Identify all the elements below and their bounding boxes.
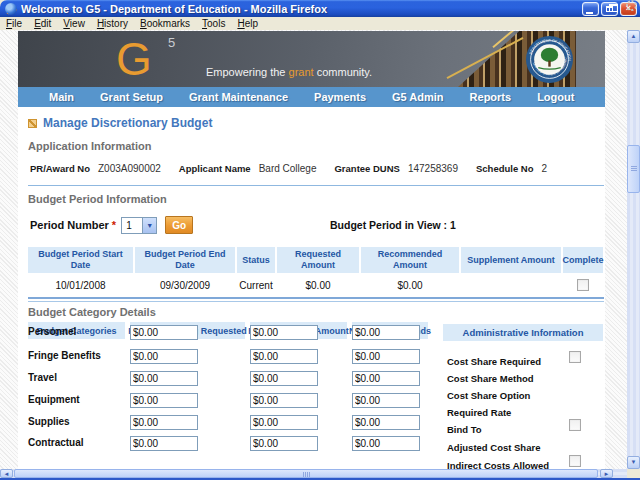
column-header: Status (237, 247, 275, 273)
category-label: Contractual (28, 437, 125, 448)
budget-category-heading: Budget Category Details (28, 306, 156, 318)
window-titlebar[interactable]: Welcome to G5 - Department of Education … (0, 0, 640, 17)
non-federal-funds-input[interactable] (352, 349, 420, 364)
admin-label: Indirect Costs Allowed (447, 460, 549, 469)
menu-item[interactable]: Edit (28, 17, 57, 30)
period-number-select[interactable]: 1 ▼ (121, 217, 157, 234)
nav-item[interactable]: Grant Setup (87, 87, 176, 107)
field-value: Bard College (259, 163, 317, 174)
start-date-cell: 10/01/2008 (28, 275, 133, 295)
scroll-right-icon[interactable]: ► (600, 469, 613, 478)
page-title: Manage Discretionary Budget (28, 116, 212, 130)
federal-funding-input[interactable] (130, 393, 198, 408)
admin-row: Cost Share Required (447, 351, 603, 364)
column-header: Complete (563, 247, 603, 273)
restore-button[interactable] (601, 2, 618, 16)
menu-item[interactable]: History (91, 17, 134, 30)
period-number-label: Period Number (30, 219, 109, 231)
category-row: Contractual (28, 433, 428, 450)
section-divider (28, 185, 604, 186)
category-row: Personnel (28, 322, 428, 339)
menu-item[interactable]: File (0, 17, 28, 30)
recommended-amount-input[interactable] (250, 393, 318, 408)
recommended-amount-input[interactable] (250, 415, 318, 430)
recommended-amount-input[interactable] (250, 436, 318, 451)
admin-label: Cost Share Required (447, 356, 541, 367)
page-content: Manage Discretionary Budget Application … (18, 107, 605, 469)
non-federal-funds-input[interactable] (352, 415, 420, 430)
vertical-scrollbar[interactable]: ▲ ▼ (627, 30, 640, 469)
nav-item[interactable]: Logout (524, 87, 587, 107)
admin-row: Cost Share Method (447, 368, 603, 381)
nav-item[interactable]: Grant Maintenance (176, 87, 301, 107)
admin-checkbox[interactable] (569, 351, 581, 363)
selected-period: 1 (122, 218, 142, 233)
administrative-information-heading: Administrative Information (443, 324, 603, 341)
horizontal-scrollbar-thumb[interactable] (14, 469, 598, 478)
recommended-amount-input[interactable] (250, 325, 318, 340)
federal-funding-input[interactable] (130, 349, 198, 364)
chevron-down-icon: ▼ (142, 218, 156, 233)
federal-funding-input[interactable] (130, 436, 198, 451)
nav-item[interactable]: Payments (301, 87, 379, 107)
admin-row: Required Rate (447, 402, 603, 415)
field-label: Grantee DUNS (334, 163, 399, 174)
section-divider-double (28, 297, 604, 302)
supplement-amount-cell (461, 275, 561, 295)
admin-row: Bind To (447, 419, 603, 432)
column-header: Supplement Amount (461, 247, 561, 273)
menu-item[interactable]: View (57, 17, 91, 30)
throbber-icon (626, 0, 637, 11)
admin-checkbox[interactable] (569, 455, 581, 467)
budget-period-heading: Budget Period Information (28, 193, 167, 205)
admin-row: Cost Share Option (447, 385, 603, 398)
vertical-scrollbar-thumb[interactable] (627, 145, 640, 193)
admin-checkbox[interactable] (569, 419, 581, 431)
non-federal-funds-input[interactable] (352, 325, 420, 340)
non-federal-funds-input[interactable] (352, 371, 420, 386)
budget-period-in-view: Budget Period in View : 1 (330, 219, 456, 231)
category-label: Personnel (28, 326, 125, 337)
menu-item[interactable]: Bookmarks (134, 17, 196, 30)
go-button[interactable]: Go (165, 216, 193, 234)
category-row: Supplies (28, 412, 428, 429)
scroll-up-icon[interactable]: ▲ (627, 30, 640, 43)
column-header: Recommended Amount (361, 247, 459, 273)
non-federal-funds-input[interactable] (352, 436, 420, 451)
column-header: Budget Period Start Date (28, 247, 133, 273)
non-federal-funds-input[interactable] (352, 393, 420, 408)
application-information-fields: PR/Award No Z003A090002 Applicant Name B… (30, 163, 565, 174)
recommended-amount-input[interactable] (250, 371, 318, 386)
menu-item[interactable]: Help (231, 17, 264, 30)
application-information-heading: Application Information (28, 140, 151, 152)
budget-category-details: Budget CategoriesFederal Funding Request… (28, 322, 605, 469)
nav-item[interactable]: G5 Admin (379, 87, 457, 107)
scroll-left-icon[interactable]: ◄ (0, 469, 13, 478)
admin-row: Adjusted Cost Share (447, 437, 603, 450)
complete-checkbox[interactable] (577, 279, 589, 291)
scroll-down-icon[interactable]: ▼ (627, 456, 640, 469)
budget-period-table-header: Budget Period Start DateBudget Period En… (28, 247, 603, 273)
requested-amount-cell: $0.00 (277, 275, 359, 295)
browser-window: Welcome to G5 - Department of Education … (0, 0, 640, 480)
menu-item[interactable]: Tools (196, 17, 231, 30)
minimize-icon (586, 12, 593, 14)
column-header: Budget Period End Date (135, 247, 235, 273)
federal-funding-input[interactable] (130, 325, 198, 340)
admin-label: Required Rate (447, 407, 511, 418)
nav-item[interactable]: Main (36, 87, 87, 107)
scrollbar-corner (627, 469, 640, 478)
category-label: Supplies (28, 416, 125, 427)
horizontal-scrollbar[interactable]: ◄ ► (0, 469, 627, 478)
tagline: Empowering the grant community. (206, 66, 372, 78)
federal-funding-input[interactable] (130, 415, 198, 430)
minimize-button[interactable] (582, 2, 599, 16)
field-value: 2 (542, 163, 548, 174)
admin-label: Cost Share Method (447, 373, 534, 384)
nav-item[interactable]: Reports (457, 87, 525, 107)
admin-label: Adjusted Cost Share (447, 442, 540, 453)
federal-funding-input[interactable] (130, 371, 198, 386)
period-number-row: Period Number * 1 ▼ Go (30, 215, 193, 235)
recommended-amount-input[interactable] (250, 349, 318, 364)
page-viewport: G 5 Empowering the grant community. DEPA… (0, 30, 627, 469)
